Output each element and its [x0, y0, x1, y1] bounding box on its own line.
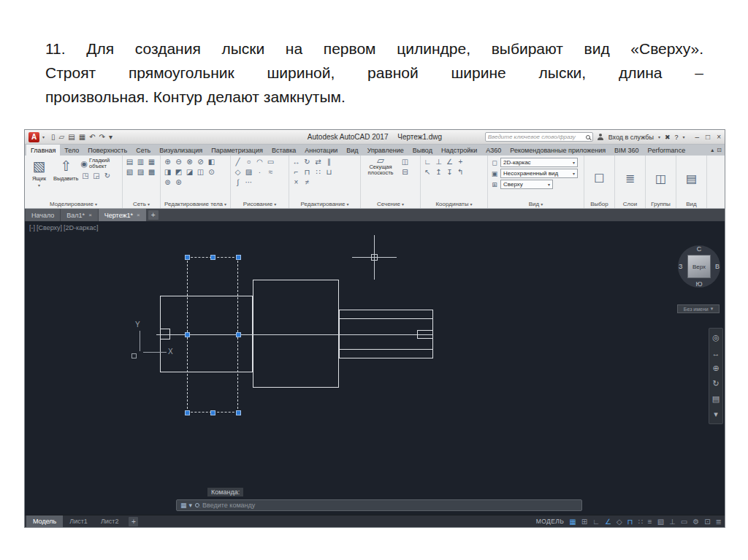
viewcube-north[interactable]: С — [697, 245, 702, 253]
trim-icon[interactable]: ⌐ — [291, 168, 301, 177]
ellipse-icon[interactable]: ∫ — [233, 178, 243, 187]
visual-style-dropdown[interactable]: 2D-каркас ▾ — [500, 158, 578, 167]
ribbon-tab[interactable]: Рекомендованные приложения — [505, 145, 610, 156]
viewcube-top-face[interactable]: Верх — [687, 255, 711, 278]
move-icon[interactable]: ↔ — [291, 158, 301, 166]
extrude-button[interactable]: ⇧ Выдавить — [53, 158, 78, 182]
box-caret-icon[interactable]: ▾ — [38, 183, 40, 188]
signin-button[interactable]: Вход в службы — [608, 134, 654, 141]
live-section-icon[interactable]: ◫ — [400, 158, 410, 166]
ribbon-tab[interactable]: Performance — [644, 145, 690, 156]
add-jog-icon[interactable]: ⊟ — [400, 168, 410, 177]
signin-caret-icon[interactable]: ▾ — [658, 134, 660, 139]
command-customize-icon[interactable]: ▦ — [180, 502, 187, 509]
ucs-previous-icon[interactable]: ↖ — [423, 168, 432, 177]
ribbon-tab[interactable]: Сеть — [131, 145, 155, 156]
box-button[interactable]: ▧ Ящик ▾ — [27, 158, 51, 188]
zoom-icon[interactable]: ⊕ — [709, 361, 722, 376]
panel-view[interactable]: ▤ Вид — [676, 156, 707, 208]
close-icon[interactable]: × — [88, 212, 92, 218]
dynamic-ucs-icon[interactable]: ⊥ — [669, 518, 676, 526]
shell-icon[interactable]: ◫ — [196, 168, 205, 177]
mesh-edit-icon[interactable]: ▩ — [147, 168, 156, 177]
help-button[interactable]: ? — [675, 134, 679, 141]
selection-grip[interactable] — [210, 255, 215, 260]
command-caret-icon[interactable]: ▾ — [189, 502, 193, 509]
ribbon-tab[interactable]: Поверхность — [83, 145, 131, 156]
command-input-placeholder[interactable]: Введите команду — [202, 502, 255, 509]
rotate-icon[interactable]: ↻ — [302, 158, 312, 166]
panel-layers[interactable]: ≣ Слои — [615, 156, 646, 208]
steering-wheel-icon[interactable]: ◎ — [709, 330, 722, 345]
ucs-y-icon[interactable]: ↧ — [445, 168, 454, 177]
viewcube-west[interactable]: З — [679, 263, 682, 270]
open-file-icon[interactable]: ▱ — [59, 133, 65, 141]
osnap-icon[interactable]: ⊓ — [627, 518, 633, 526]
new-layout-button[interactable]: + — [129, 517, 138, 526]
ribbon-pin-icon[interactable]: ⊡ — [717, 147, 722, 153]
taper-faces-icon[interactable]: ◩ — [174, 168, 183, 177]
help-caret-icon[interactable]: ▾ — [683, 134, 685, 139]
ribbon-tab[interactable]: Тело — [60, 145, 83, 156]
close-icon[interactable]: × — [137, 212, 140, 218]
orientation-dropdown[interactable]: Сверху ▾ — [500, 180, 553, 189]
ribbon-tab[interactable]: Управление — [363, 145, 408, 156]
selection-grip[interactable] — [185, 410, 190, 415]
redo-icon[interactable]: ↷ — [99, 133, 105, 141]
polysolid-icon[interactable]: ◳ — [80, 172, 90, 180]
otrack-icon[interactable]: ∷ — [638, 518, 642, 526]
union-icon[interactable]: ⊕ — [163, 158, 172, 166]
showmotion-icon[interactable]: ▤ — [709, 391, 722, 407]
right-center-hole[interactable] — [417, 330, 433, 339]
navbar-caret-icon[interactable]: ▾ — [709, 407, 722, 422]
snap-icon[interactable]: ⊞ — [581, 518, 587, 526]
separate-icon[interactable]: ⊚ — [163, 178, 172, 187]
smooth-object-button[interactable]: ◉ Гладкий объект — [80, 158, 120, 169]
erase-icon[interactable]: ≠ — [302, 178, 312, 187]
exchange-apps-icon[interactable]: ✖ — [665, 134, 671, 141]
file-tab-drawing1[interactable]: Чертеж1* × — [99, 209, 146, 221]
fillet-icon[interactable]: ⊓ — [302, 168, 312, 177]
spline-icon[interactable]: ≈ — [266, 168, 275, 177]
ribbon-tab[interactable]: Вид — [342, 145, 362, 156]
ucs-x-icon[interactable]: ↥ — [434, 168, 443, 177]
check-icon[interactable]: ⊛ — [174, 178, 183, 187]
layout-tab-model[interactable]: Модель — [26, 515, 63, 527]
ucs-named-icon[interactable]: ↰ — [456, 168, 465, 177]
ribbon-tab[interactable]: Вставка — [267, 145, 300, 156]
isodraft-icon[interactable]: ◇ — [617, 518, 622, 526]
extract-edges-icon[interactable]: ◪ — [185, 168, 194, 177]
viewcube-south[interactable]: Ю — [695, 280, 702, 288]
ucs-world-icon[interactable]: ⊥ — [434, 158, 443, 166]
orbit-icon[interactable]: ↻ — [709, 376, 722, 391]
stretch-icon[interactable]: ⊔ — [324, 168, 334, 177]
selection-grip[interactable] — [236, 255, 241, 260]
mesh-smooth-more-icon[interactable]: ▥ — [136, 158, 145, 166]
array-icon[interactable]: ∷ — [313, 168, 323, 177]
undo-icon[interactable]: ↶ — [89, 133, 95, 141]
command-line[interactable]: ▦▾ Введите команду — [176, 499, 582, 511]
help-search-box[interactable] — [485, 132, 593, 142]
viewport-control[interactable]: [Сверху] — [37, 224, 62, 231]
selection-grip[interactable] — [236, 410, 241, 415]
selection-grip[interactable] — [210, 410, 215, 415]
maximize-button[interactable]: □ — [706, 133, 710, 141]
hatch-icon[interactable]: ▨ — [244, 168, 253, 177]
mesh-primitive-icon[interactable]: ▤ — [125, 158, 134, 166]
ribbon-tab[interactable]: A360 — [481, 145, 505, 156]
slice-icon[interactable]: ⊘ — [196, 158, 205, 166]
transparency-icon[interactable]: ▧ — [657, 518, 664, 526]
point-icon[interactable]: ∙ — [255, 168, 264, 177]
circle-icon[interactable]: ○ — [244, 158, 253, 166]
command-search-icon[interactable] — [195, 503, 199, 507]
left-center-hole[interactable] — [160, 329, 170, 340]
ribbon-minimize-icon[interactable]: ▴ — [711, 147, 714, 153]
named-view-dropdown[interactable]: Несохраненный вид ▾ — [500, 169, 578, 178]
pan-icon[interactable]: ↔ — [709, 345, 722, 361]
selection-grip[interactable] — [185, 332, 190, 337]
copy-icon[interactable]: ⇄ — [313, 158, 323, 166]
plot-icon[interactable]: ▦ — [79, 133, 85, 141]
mesh-refine-icon[interactable]: ▧ — [125, 168, 134, 177]
line-icon[interactable]: ╱ — [233, 158, 243, 166]
ribbon-tab[interactable]: Главная — [26, 145, 60, 156]
